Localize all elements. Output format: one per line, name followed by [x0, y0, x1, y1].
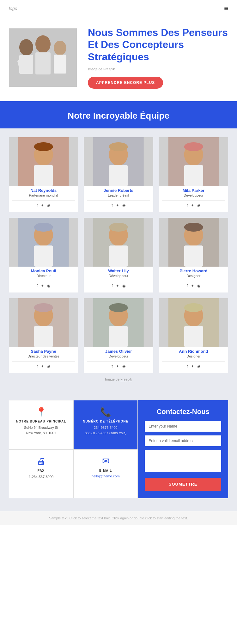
twitter-icon[interactable]: ✦ [191, 364, 194, 369]
instagram-icon[interactable]: ◉ [47, 364, 50, 369]
contact-message-input[interactable] [145, 450, 221, 472]
instagram-icon[interactable]: ◉ [197, 364, 200, 369]
team-card-socials: f ✦ ◉ [9, 203, 78, 208]
email-label: E-MAIL [99, 469, 112, 472]
team-card-socials: f ✦ ◉ [9, 364, 78, 369]
team-member-role: Partenaire mondial [12, 193, 75, 197]
instagram-icon[interactable]: ◉ [122, 203, 125, 208]
learn-more-button[interactable]: APPRENDRE ENCORE PLUS [88, 77, 163, 89]
facebook-icon[interactable]: f [112, 284, 112, 288]
phone-numbers: 234-9876-5400 888-0123-4567 (sans frais) [85, 425, 126, 435]
instagram-icon[interactable]: ◉ [47, 284, 50, 288]
team-member-name: Ann Richmond [162, 349, 225, 354]
instagram-icon[interactable]: ◉ [122, 284, 125, 288]
svg-point-36 [34, 303, 53, 312]
office-address: SoHo 94 Broadway St New York, NY 1001 [24, 425, 58, 435]
svg-point-16 [109, 142, 128, 151]
svg-point-3 [35, 35, 51, 53]
contact-phone-box: 📞 NUMÉRO DE TÉLÉPHONE 234-9876-5400 888-… [73, 400, 138, 449]
hero-image-container [9, 28, 82, 87]
svg-rect-31 [184, 245, 203, 267]
team-member-photo [159, 137, 228, 186]
team-card: Monica Pouli Directeur f ✦ ◉ [9, 218, 78, 292]
team-member-nameplate: Mila Parker Développeur [159, 186, 228, 198]
phone-icon: 📞 [100, 407, 111, 417]
email-link[interactable]: hello@theme.com [92, 474, 120, 478]
contact-col-2: 📞 NUMÉRO DE TÉLÉPHONE 234-9876-5400 888-… [73, 400, 138, 498]
freepik-team-link[interactable]: Freepik [120, 377, 132, 381]
team-member-nameplate: Monica Pouli Directeur [9, 267, 78, 278]
instagram-icon[interactable]: ◉ [197, 203, 200, 208]
team-member-photo [84, 137, 153, 186]
logo: logo [9, 6, 17, 11]
facebook-icon[interactable]: f [187, 203, 188, 208]
team-card-socials: f ✦ ◉ [159, 203, 228, 208]
team-member-role: Designer [162, 354, 225, 358]
team-card-socials: f ✦ ◉ [84, 203, 153, 208]
team-member-name: Mila Parker [162, 188, 225, 193]
svg-rect-4 [35, 52, 51, 74]
instagram-icon[interactable]: ◉ [122, 364, 125, 369]
contact-office-box: 📍 NOTRE BUREAU PRINCIPAL SoHo 94 Broadwa… [9, 400, 73, 449]
submit-button[interactable]: SOUMETTRE [145, 478, 221, 491]
team-member-role: Designer [162, 274, 225, 278]
twitter-icon[interactable]: ✦ [116, 284, 119, 288]
twitter-icon[interactable]: ✦ [191, 203, 194, 208]
svg-rect-35 [34, 326, 53, 347]
phone-label: NUMÉRO DE TÉLÉPHONE [83, 420, 128, 423]
twitter-icon[interactable]: ✦ [116, 364, 119, 369]
twitter-icon[interactable]: ✦ [116, 203, 119, 208]
team-member-nameplate: Jennie Roberts Leader créatif [84, 186, 153, 198]
team-card-socials: f ✦ ◉ [84, 364, 153, 369]
facebook-icon[interactable]: f [37, 203, 38, 208]
svg-point-44 [184, 303, 203, 312]
contact-fax-box: 🖨 FAX 1-234-567-8900 [9, 449, 73, 499]
contact-grid: 📍 NOTRE BUREAU PRINCIPAL SoHo 94 Broadwa… [9, 400, 228, 498]
team-card-divider [12, 361, 75, 362]
twitter-icon[interactable]: ✦ [41, 284, 44, 288]
team-card: Nat Reynolds Partenaire mondial f ✦ ◉ [9, 137, 78, 212]
team-card-divider [87, 361, 150, 362]
hero-image-credit: Image de Freepik [88, 67, 228, 71]
facebook-icon[interactable]: f [112, 203, 112, 208]
team-member-nameplate: Walter Lily Développeur [84, 267, 153, 278]
team-member-photo [159, 218, 228, 267]
team-section-title: Notre Incroyable Équipe [0, 111, 237, 128]
facebook-icon[interactable]: f [187, 364, 188, 369]
instagram-icon[interactable]: ◉ [47, 203, 50, 208]
team-member-role: Directeur [12, 274, 75, 278]
email-icon: ✉ [102, 456, 109, 466]
contact-email-input[interactable] [145, 435, 221, 446]
team-member-role: Développeur [87, 274, 150, 278]
twitter-icon[interactable]: ✦ [41, 364, 44, 369]
team-card: Mila Parker Développeur f ✦ ◉ [159, 137, 228, 212]
svg-point-32 [184, 223, 203, 232]
hamburger-icon[interactable]: ≡ [224, 4, 228, 13]
svg-point-40 [109, 303, 128, 312]
facebook-icon[interactable]: f [37, 364, 38, 369]
team-member-role: Leader créatif [87, 193, 150, 197]
team-member-photo [9, 298, 78, 347]
twitter-icon[interactable]: ✦ [41, 203, 44, 208]
team-member-photo [159, 298, 228, 347]
team-card-divider [12, 281, 75, 281]
twitter-icon[interactable]: ✦ [191, 284, 194, 288]
contact-name-input[interactable] [145, 421, 221, 432]
instagram-icon[interactable]: ◉ [197, 284, 200, 288]
facebook-icon[interactable]: f [37, 284, 38, 288]
team-member-name: Sasha Payne [12, 349, 75, 354]
team-member-name: James Olivier [87, 349, 150, 354]
team-member-photo [9, 137, 78, 186]
freepik-link[interactable]: Freepik [103, 67, 115, 71]
svg-rect-27 [109, 245, 128, 267]
team-member-name: Walter Lily [87, 269, 150, 273]
contact-email-box: ✉ E-MAIL hello@theme.com [73, 449, 138, 499]
team-member-role: Développeur [87, 354, 150, 358]
facebook-icon[interactable]: f [187, 284, 188, 288]
contact-section: 📍 NOTRE BUREAU PRINCIPAL SoHo 94 Broadwa… [0, 391, 237, 511]
team-card-divider [12, 200, 75, 201]
svg-rect-11 [34, 165, 53, 186]
team-member-role: Développeur [162, 193, 225, 197]
team-image-credit: Image de Freepik [9, 373, 228, 384]
facebook-icon[interactable]: f [112, 364, 112, 369]
